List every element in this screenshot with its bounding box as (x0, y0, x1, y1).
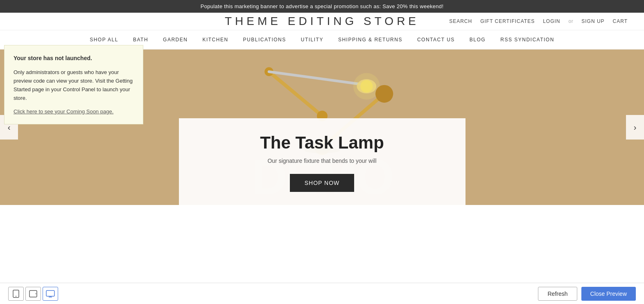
hero-cta-button[interactable]: Shop Now (290, 174, 355, 192)
hero-subtitle: Our signature fixture that bends to your… (195, 158, 449, 164)
svg-point-9 (375, 85, 393, 103)
cart-link[interactable]: CART (613, 18, 628, 24)
nav-contact-us[interactable]: CONTACT US (417, 37, 455, 43)
nav-rss-syndication[interactable]: RSS SYNDICATION (500, 37, 554, 43)
store-popup: Your store has not launched. Only admini… (4, 45, 143, 124)
store-title: THEME EDITING STORE (225, 15, 419, 28)
login-or-separator: or (569, 18, 574, 24)
gift-certificates-link[interactable]: GIFT CERTIFICATES (480, 18, 535, 24)
signup-link[interactable]: SIGN UP (581, 18, 604, 24)
nav-kitchen[interactable]: KITCHEN (202, 37, 228, 43)
header: THEME EDITING STORE SEARCH GIFT CERTIFIC… (0, 13, 644, 30)
carousel-next-button[interactable]: › (626, 115, 644, 140)
hero-card: The Task Lamp Our signature fixture that… (179, 118, 465, 205)
nav-bath[interactable]: BATH (133, 37, 148, 43)
coming-soon-link[interactable]: Click here to see your Coming Soon page. (14, 108, 113, 116)
nav-shop-all[interactable]: SHOP ALL (90, 37, 118, 43)
popup-title: Your store has not launched. (14, 54, 134, 63)
search-link[interactable]: SEARCH (449, 18, 472, 24)
popup-body: Only administrators or guests who have y… (14, 68, 134, 102)
nav-utility[interactable]: UTILITY (301, 37, 323, 43)
marketing-banner-text: Populate this marketing banner to advert… (201, 3, 444, 9)
login-link[interactable]: LOGIN (543, 18, 560, 24)
nav-blog[interactable]: BLOG (470, 37, 486, 43)
nav-shipping-returns[interactable]: SHIPPING & RETURNS (338, 37, 402, 43)
nav-publications[interactable]: PUBLICATIONS (243, 37, 286, 43)
hero-title: The Task Lamp (195, 133, 449, 153)
marketing-banner: Populate this marketing banner to advert… (0, 0, 644, 13)
nav-garden[interactable]: GARDEN (163, 37, 188, 43)
header-nav: SEARCH GIFT CERTIFICATES LOGIN or SIGN U… (449, 18, 628, 24)
